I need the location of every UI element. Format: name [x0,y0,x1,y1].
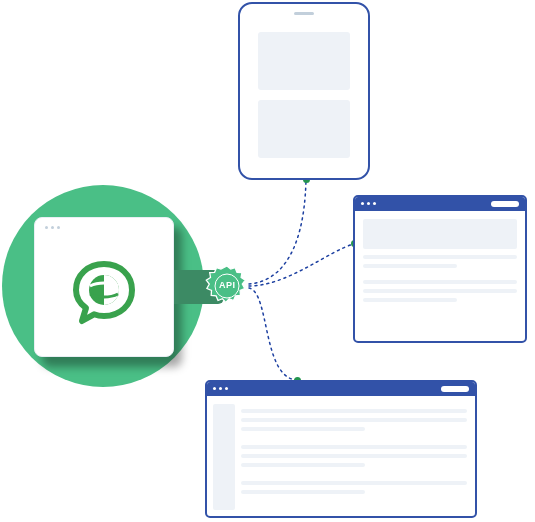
text-line [241,418,467,422]
text-line [363,255,517,259]
content-block [363,219,517,249]
sidebar-block [213,404,235,510]
window-dot-icon [367,202,370,205]
window-dot-icon [219,387,222,390]
source-app-card [34,217,174,357]
text-line [363,298,457,302]
phone-notch-icon [294,12,314,15]
text-line [241,409,467,413]
api-integration-diagram: API [0,0,535,522]
mobile-app-mockup [238,2,370,180]
text-line [241,445,467,449]
text-line [241,427,365,431]
text-line [241,481,467,485]
text-line [363,280,517,284]
content-block [258,32,350,90]
text-line [241,490,365,494]
browser-titlebar [207,382,475,396]
window-dot-icon [225,387,228,390]
api-badge-label: API [219,280,236,290]
chat-globe-icon [68,258,140,330]
web-app-mockup-small [353,195,527,343]
window-dot-icon [373,202,376,205]
window-dot-icon [45,226,48,229]
text-line [363,264,457,268]
window-dot-icon [57,226,60,229]
window-dot-icon [361,202,364,205]
browser-titlebar [355,197,525,211]
web-app-mockup-large [205,380,477,518]
address-bar-icon [441,386,469,392]
content-block [258,100,350,158]
text-line [241,454,467,458]
text-line [241,463,365,467]
text-line [363,289,517,293]
content-area [241,404,467,499]
address-bar-icon [491,201,519,207]
window-dot-icon [213,387,216,390]
window-dot-icon [51,226,54,229]
